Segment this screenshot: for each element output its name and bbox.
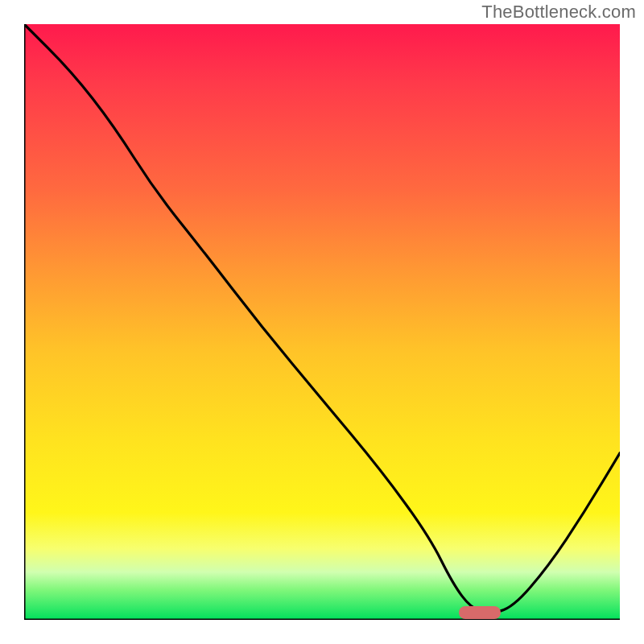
heat-gradient-background bbox=[24, 24, 620, 620]
plot-area bbox=[24, 24, 620, 620]
optimal-range-marker bbox=[459, 606, 501, 619]
watermark-label: TheBottleneck.com bbox=[481, 2, 636, 23]
chart-container: TheBottleneck.com bbox=[0, 0, 644, 644]
